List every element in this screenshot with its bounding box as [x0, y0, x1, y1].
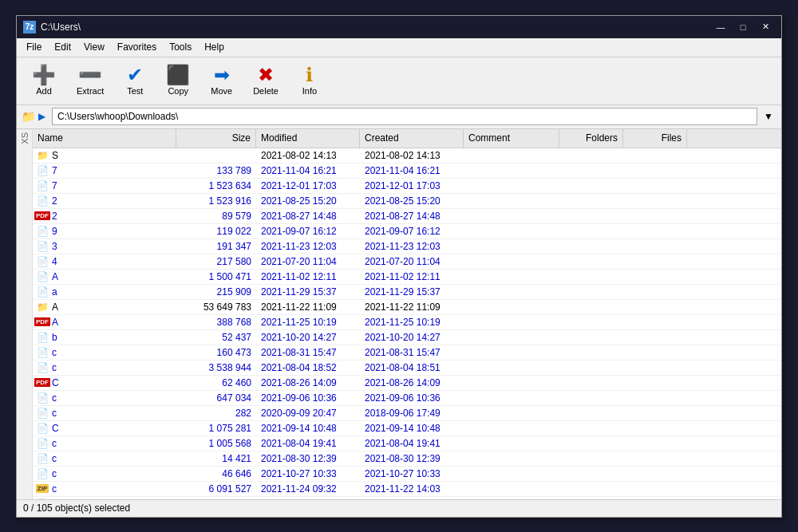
- table-row[interactable]: 📄 7 133 789 2021-11-04 16:21 2021-11-04 …: [33, 164, 781, 179]
- col-size[interactable]: Size: [176, 129, 256, 148]
- table-row[interactable]: 📄 c 160 473 2021-08-31 15:47 2021-08-31 …: [33, 345, 781, 361]
- file-name-cell: 📄 a: [33, 285, 176, 299]
- table-row[interactable]: 📄 9 119 022 2021-09-07 16:12 2021-09-07 …: [33, 224, 781, 239]
- table-row[interactable]: 📄 c 282 2020-09-09 20:47 2018-09-06 17:4…: [33, 406, 781, 421]
- file-modified: 2021-08-30 12:39: [256, 452, 360, 465]
- table-row[interactable]: 📄 c 647 034 2021-09-06 10:36 2021-09-06 …: [33, 391, 781, 406]
- test-button[interactable]: ✔ Test: [116, 60, 154, 101]
- file-name-cell: 📄 2: [33, 194, 176, 208]
- menu-file[interactable]: File: [20, 40, 48, 54]
- pdf-icon: PDF: [36, 316, 49, 329]
- file-comment: [464, 261, 559, 262]
- table-row[interactable]: ZIP c 6 091 527 2021-11-24 09:32 2021-11…: [33, 482, 781, 497]
- extract-label: Extract: [77, 86, 104, 96]
- file-files: [623, 185, 687, 187]
- file-size: 52 437: [176, 331, 256, 344]
- col-created[interactable]: Created: [360, 129, 464, 148]
- table-row[interactable]: 📄 c 46 646 2021-10-27 10:33 2021-10-27 1…: [33, 467, 781, 482]
- extract-icon: ➖: [78, 65, 102, 85]
- table-row[interactable]: 📄 3 191 347 2021-11-23 12:03 2021-11-23 …: [33, 239, 781, 254]
- file-icon: 📄: [36, 422, 49, 435]
- title-bar: 7z C:\Users\ — □ ✕: [17, 16, 781, 38]
- table-row[interactable]: 📄 c 1 005 568 2021-08-04 19:41 2021-08-0…: [33, 436, 781, 451]
- maximize-button[interactable]: □: [733, 20, 753, 34]
- file-folders: [559, 231, 623, 232]
- file-name-cell: ZIP c: [33, 482, 176, 496]
- col-modified[interactable]: Modified: [256, 129, 360, 148]
- file-folders: [559, 412, 623, 414]
- file-name-cell: 📁 A: [33, 300, 176, 314]
- add-button[interactable]: ➕ Add: [23, 60, 65, 101]
- col-comment[interactable]: Comment: [464, 129, 559, 148]
- table-row[interactable]: PDF A 388 768 2021-11-25 10:19 2021-11-2…: [33, 315, 781, 330]
- file-folders: [559, 443, 623, 444]
- table-row[interactable]: 📄 C 1 075 281 2021-09-14 10:48 2021-09-1…: [33, 421, 781, 436]
- file-comment: [464, 215, 559, 217]
- table-row[interactable]: 📁 A 53 649 783 2021-11-22 11:09 2021-11-…: [33, 300, 781, 315]
- file-list[interactable]: 📁 S 2021-08-02 14:13 2021-08-02 14:13 📄 …: [33, 148, 781, 499]
- file-created: 2021-11-25 10:19: [360, 316, 464, 329]
- info-button[interactable]: ℹ Info: [290, 60, 329, 101]
- table-row[interactable]: 📄 a 215 909 2021-11-29 15:37 2021-11-29 …: [33, 285, 781, 300]
- table-row[interactable]: 📄 c 14 421 2021-08-30 12:39 2021-08-30 1…: [33, 451, 781, 467]
- menu-favorites[interactable]: Favorites: [111, 40, 163, 54]
- file-size: 1 523 916: [176, 195, 256, 207]
- file-size: 282: [176, 407, 256, 420]
- menu-help[interactable]: Help: [198, 40, 231, 54]
- table-row[interactable]: PDF C 62 460 2021-08-26 14:09 2021-08-26…: [33, 376, 781, 391]
- copy-label: Copy: [168, 86, 188, 96]
- file-files: [623, 382, 687, 384]
- file-files: [623, 458, 687, 459]
- address-dropdown-icon[interactable]: ▼: [760, 109, 776, 124]
- file-files: [623, 291, 687, 293]
- file-size: 53 649 783: [176, 301, 256, 313]
- file-size: 46 646: [176, 467, 256, 480]
- file-size: 388 768: [176, 316, 256, 329]
- col-folders[interactable]: Folders: [559, 129, 623, 148]
- file-icon: 📄: [36, 361, 49, 374]
- table-row[interactable]: 📄 A 1 500 471 2021-11-02 12:11 2021-11-0…: [33, 270, 781, 285]
- table-row[interactable]: 📄 2 1 523 916 2021-08-25 15:20 2021-08-2…: [33, 194, 781, 209]
- file-files: [623, 367, 687, 368]
- file-name: 2: [52, 211, 173, 222]
- file-name: 7: [52, 180, 173, 191]
- table-row[interactable]: PDF 2 89 579 2021-08-27 14:48 2021-08-27…: [33, 209, 781, 224]
- file-icon: 📄: [36, 346, 49, 359]
- move-button[interactable]: ➡ Move: [202, 60, 241, 101]
- file-name-cell: 📁 S: [33, 148, 176, 163]
- file-files: [623, 488, 687, 490]
- menu-view[interactable]: View: [77, 40, 111, 54]
- file-name-cell: 📄 A: [33, 270, 176, 284]
- table-row[interactable]: 📄 c 3 538 944 2021-08-04 18:52 2021-08-0…: [33, 361, 781, 376]
- col-name[interactable]: Name: [33, 129, 176, 148]
- col-files[interactable]: Files: [623, 129, 687, 148]
- address-input[interactable]: [52, 108, 757, 125]
- file-size: 14 421: [176, 452, 256, 465]
- table-row[interactable]: 📄 7 1 523 634 2021-12-01 17:03 2021-12-0…: [33, 179, 781, 194]
- file-icon: 📄: [36, 195, 49, 207]
- copy-button[interactable]: ⬛ Copy: [157, 60, 199, 101]
- file-size: 6 091 527: [176, 483, 256, 495]
- zip-icon: ZIP: [36, 483, 49, 495]
- sidebar: XS: [17, 129, 33, 499]
- menu-edit[interactable]: Edit: [48, 40, 77, 54]
- table-row[interactable]: 📁 S 2021-08-02 14:13 2021-08-02 14:13: [33, 148, 781, 164]
- file-created: 2021-10-27 10:33: [360, 467, 464, 480]
- file-folders: [559, 382, 623, 384]
- file-folders: [559, 291, 623, 293]
- main-window: 7z C:\Users\ — □ ✕ File Edit View Favori…: [16, 15, 782, 518]
- table-row[interactable]: 📄 4 217 580 2021-07-20 11:04 2021-07-20 …: [33, 254, 781, 270]
- delete-button[interactable]: ✖ Delete: [244, 60, 287, 101]
- file-name: C: [52, 423, 173, 434]
- table-row[interactable]: 📄 b 52 437 2021-10-20 14:27 2021-10-20 1…: [33, 330, 781, 345]
- extract-button[interactable]: ➖ Extract: [68, 60, 113, 101]
- file-size: 62 460: [176, 376, 256, 389]
- close-button[interactable]: ✕: [756, 20, 775, 34]
- file-name-cell: 📄 4: [33, 254, 176, 269]
- menu-tools[interactable]: Tools: [163, 40, 198, 54]
- file-size: 217 580: [176, 255, 256, 268]
- minimize-button[interactable]: —: [711, 20, 730, 34]
- main-content: XS Name Size Modified Created Comment Fo…: [17, 129, 781, 499]
- file-created: 2021-11-02 12:11: [360, 270, 464, 283]
- file-name: 2: [52, 195, 173, 207]
